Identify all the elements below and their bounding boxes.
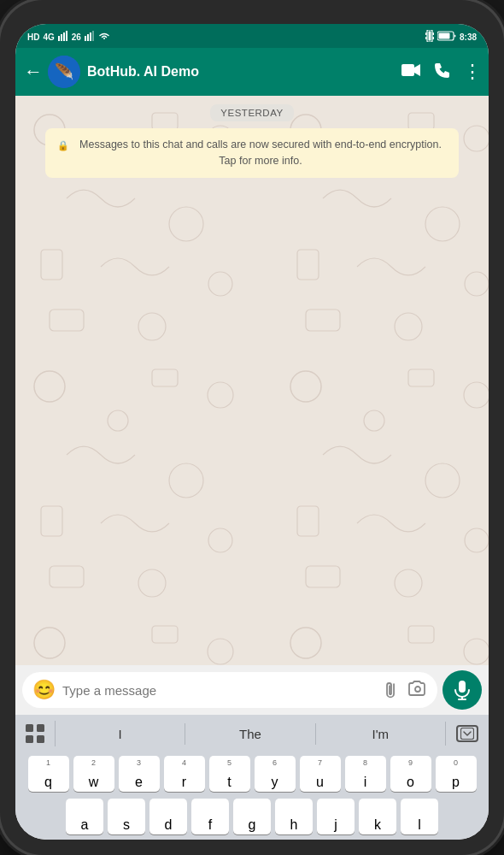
- emoji-button[interactable]: 😊: [32, 679, 56, 701]
- key-h[interactable]: h: [275, 799, 313, 834]
- lock-icon: 🔒: [57, 139, 69, 153]
- phone-call-icon[interactable]: [434, 62, 451, 83]
- svg-rect-3: [66, 31, 67, 41]
- key-a[interactable]: a: [66, 799, 103, 834]
- svg-rect-23: [26, 724, 33, 732]
- key-j[interactable]: j: [317, 799, 355, 834]
- chat-area: YESTERDAY 🔒 Messages to this chat and ca…: [15, 96, 489, 665]
- key-p[interactable]: 0p: [436, 756, 477, 792]
- signal-bars-1: [58, 31, 68, 43]
- key-row-1: 1q 2w 3e 4r 5t 6y 7u 8i 9o 0p: [15, 752, 489, 795]
- back-button[interactable]: ←: [19, 57, 48, 86]
- svg-rect-7: [92, 31, 94, 41]
- keyboard: 1q 2w 3e 4r 5t 6y 7u 8i 9o 0p a s d f g …: [15, 752, 489, 840]
- collapse-icon: [456, 725, 478, 742]
- key-g[interactable]: g: [233, 799, 271, 834]
- svg-rect-5: [87, 34, 89, 41]
- status-bar: HD 4G 26 8:38: [15, 24, 489, 48]
- svg-rect-12: [425, 37, 427, 39]
- avatar-inner: 🪶: [48, 56, 80, 88]
- date-badge: YESTERDAY: [210, 104, 293, 121]
- svg-rect-15: [438, 33, 449, 39]
- svg-rect-13: [432, 37, 434, 39]
- key-k[interactable]: k: [359, 799, 396, 834]
- key-l[interactable]: l: [401, 799, 438, 834]
- key-row-partial: a s d f g h j k l: [15, 795, 489, 840]
- attach-button[interactable]: [379, 676, 407, 704]
- svg-rect-18: [401, 64, 414, 76]
- key-r[interactable]: 4r: [164, 756, 205, 792]
- signal-bars-2: [85, 31, 95, 43]
- key-i[interactable]: 8i: [345, 756, 386, 792]
- phone-screen: HD 4G 26 8:38: [15, 24, 489, 840]
- key-q[interactable]: 1q: [28, 756, 69, 792]
- phone-frame: HD 4G 26 8:38: [0, 0, 504, 855]
- status-left: HD 4G 26: [27, 31, 110, 43]
- key-y[interactable]: 6y: [255, 756, 296, 792]
- more-options-icon[interactable]: ⋮: [463, 62, 482, 81]
- wifi-icon: [98, 32, 110, 42]
- signal-4g: 4G: [43, 32, 54, 42]
- security-notice-text: Messages to this chat and calls are now …: [74, 137, 447, 169]
- network-indicator: HD: [27, 32, 39, 42]
- svg-rect-10: [425, 32, 427, 35]
- svg-rect-26: [37, 735, 44, 743]
- time-display: 8:38: [460, 32, 477, 42]
- contact-info: BotHub. AI Demo: [87, 63, 401, 80]
- svg-text:🪶: 🪶: [55, 62, 74, 81]
- video-call-icon[interactable]: [401, 62, 422, 82]
- svg-rect-27: [460, 728, 473, 740]
- svg-rect-25: [26, 735, 33, 743]
- svg-rect-24: [37, 724, 44, 732]
- svg-rect-4: [85, 36, 86, 41]
- svg-rect-9: [428, 32, 431, 41]
- key-t[interactable]: 5t: [209, 756, 250, 792]
- key-e[interactable]: 3e: [119, 756, 160, 792]
- network-26: 26: [72, 32, 81, 42]
- suggestion-the[interactable]: The: [185, 723, 315, 745]
- svg-rect-0: [58, 36, 60, 41]
- contact-name: BotHub. AI Demo: [87, 63, 401, 80]
- mic-button[interactable]: [442, 670, 482, 710]
- header-actions: ⋮: [401, 62, 482, 83]
- battery-icon: [437, 31, 456, 43]
- key-o[interactable]: 9o: [390, 756, 431, 792]
- input-bar: 😊: [15, 665, 489, 715]
- suggestion-im[interactable]: I'm: [316, 723, 445, 745]
- camera-button[interactable]: [408, 681, 427, 700]
- svg-rect-11: [432, 32, 434, 35]
- key-d[interactable]: d: [149, 799, 187, 834]
- keyboard-collapse-button[interactable]: [445, 722, 489, 746]
- vibrate-icon: [425, 30, 434, 44]
- keyboard-suggestions: I The I'm: [15, 715, 489, 752]
- key-w[interactable]: 2w: [73, 756, 114, 792]
- svg-rect-6: [90, 32, 91, 41]
- status-right: 8:38: [425, 30, 477, 44]
- input-wrapper: 😊: [22, 672, 437, 708]
- message-input[interactable]: [62, 683, 378, 698]
- avatar[interactable]: 🪶: [48, 56, 80, 88]
- svg-rect-1: [61, 34, 62, 41]
- key-f[interactable]: f: [191, 799, 229, 834]
- svg-rect-20: [459, 681, 466, 693]
- keyboard-grid-button[interactable]: [15, 721, 56, 746]
- security-notice[interactable]: 🔒 Messages to this chat and calls are no…: [45, 128, 459, 178]
- svg-rect-2: [63, 32, 65, 41]
- suggestion-i[interactable]: I: [56, 723, 185, 745]
- svg-point-19: [415, 687, 420, 692]
- key-u[interactable]: 7u: [300, 756, 341, 792]
- key-s[interactable]: s: [108, 799, 145, 834]
- chat-header: ← 🪶 BotHub. AI Demo: [15, 48, 489, 96]
